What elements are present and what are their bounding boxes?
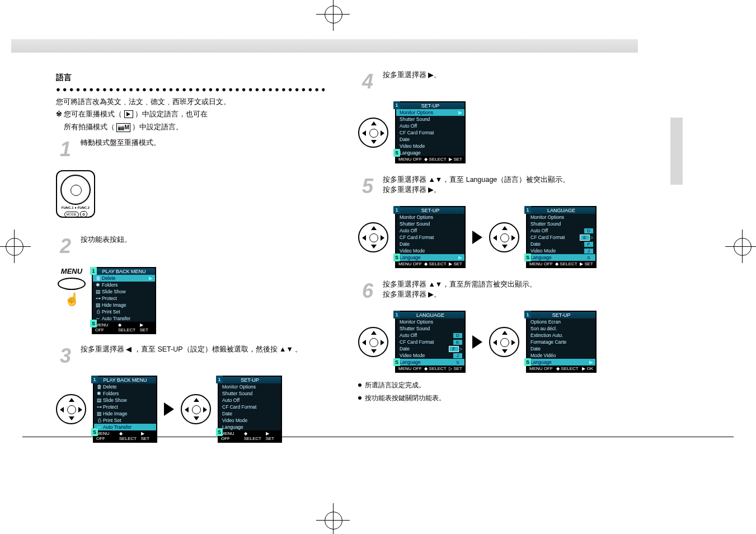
mode-dial-illustration: FUNC.1 ● FUNC.2 MODE✿ — [56, 170, 95, 218]
lcd-setup-french: 1S SET-UP Options Ecran Son au décl. Ext… — [526, 311, 597, 373]
arrow-right-2 — [472, 231, 482, 244]
dpad-updown-3 — [358, 327, 388, 357]
crop-mark-bottom — [322, 509, 344, 531]
step-5-text: 按多重選擇器 ▲▼，直至 Language（語言）被突出顯示。 按多重選擇器 ▶… — [383, 175, 638, 195]
dpad-updown — [181, 394, 211, 424]
dpad-left — [56, 394, 86, 424]
intro-text: 您可將語言改為英文﹑法文﹑德文﹑西班牙文或日文。 — [56, 97, 325, 107]
lcd-setup-lang-sel: 1S SET-UP Monitor Options Shutter Sound … — [395, 206, 466, 268]
lcd-language-f: 1S LANGUAGE Monitor Options Shutter Soun… — [395, 311, 466, 373]
note-line-1: ※ 您可在重播模式（ ）中設定語言，也可在 — [56, 109, 325, 120]
bullet-1: 所選語言設定完成。 — [358, 381, 638, 390]
lcd-playback-menu-2: 1 S PLAY BACK MENU 🗑Delete ✱Folders ▤Sli… — [93, 376, 157, 443]
side-thumb-tab — [670, 118, 683, 185]
page-header-bar — [11, 39, 638, 53]
step-number-2: 2 — [56, 235, 75, 258]
step-number-5: 5 — [358, 175, 377, 198]
step-3-text: 按多重選擇器 ◀ ，直至 SET-UP（設定）標籤被選取，然後按 ▲▼ 。 — [81, 344, 325, 354]
crop-mark-top — [322, 3, 344, 25]
lcd-playback-menu: 1 S PLAY BACK MENU 🗑Delete▶ ✱Folders ▤Sl… — [92, 267, 156, 334]
step-number-6: 6 — [358, 279, 377, 303]
lcd-language-options: 1S LANGUAGE Monitor Options Shutter Soun… — [526, 206, 597, 268]
dpad-updown-2 — [358, 222, 388, 252]
step-number-1: 1 — [56, 138, 75, 161]
dpad-right-1 — [358, 118, 388, 148]
note-line-2: 所有拍攝模式（ 📷M ）中設定語言。 — [56, 122, 325, 133]
step-number-3: 3 — [56, 344, 75, 368]
step-1-text: 轉動模式盤至重播模式。 — [81, 138, 325, 148]
heading-dots: ●●●●●●●●●●●●●●●●●●●●●●●●●●●●●●●●●●●●●●●●… — [56, 85, 325, 93]
step-2-text: 按功能表按鈕。 — [81, 235, 325, 245]
menu-button-illustration: MENU ☝ — [56, 267, 87, 306]
arrow-right-1 — [164, 402, 174, 416]
page-rule — [22, 437, 734, 437]
bullet-2: 按功能表按鍵關閉功能表。 — [358, 394, 638, 403]
step-4-text: 按多重選擇器 ▶。 — [383, 70, 638, 80]
camera-mode-icon: 📷M — [116, 123, 130, 133]
step-6-text: 按多重選擇器 ▲▼，直至所需語言被突出顯示。 按多重選擇器 ▶。 — [383, 279, 638, 299]
play-mode-icon — [124, 110, 133, 118]
arrow-right-3 — [472, 335, 482, 349]
step-number-4: 4 — [358, 70, 377, 93]
crop-mark-right — [731, 235, 753, 257]
dpad-right-2 — [489, 222, 519, 252]
crop-mark-left — [3, 235, 25, 257]
section-heading: 語言 — [56, 73, 325, 83]
dpad-right-3 — [489, 327, 519, 357]
lcd-setup-1: 1 S SET-UP Monitor Options Shutter Sound… — [218, 376, 282, 443]
lcd-setup-2: 1 S SET-UP Monitor Options▶ Shutter Soun… — [395, 101, 466, 163]
